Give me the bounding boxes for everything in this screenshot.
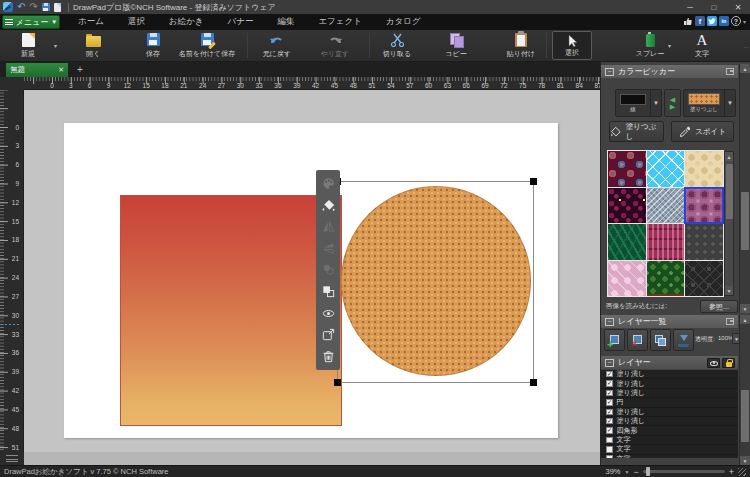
browse-button[interactable]: 参照... (700, 300, 738, 313)
selection-handle[interactable] (334, 379, 341, 386)
zoom-slider-thumb[interactable] (646, 467, 650, 476)
zoom-value[interactable]: 39% (606, 467, 621, 476)
ribbon-tab[interactable]: バナー (216, 14, 266, 30)
zoom-out-button[interactable]: − (633, 468, 638, 476)
layer-visibility-checkbox[interactable]: ✓ (606, 371, 613, 378)
collapse-icon[interactable]: − (605, 68, 614, 76)
scroll-up-icon[interactable]: ▲ (740, 64, 750, 73)
canvas-viewport[interactable] (24, 90, 600, 452)
cut-button[interactable]: 切り取る (373, 31, 421, 60)
popout-icon[interactable] (726, 318, 734, 325)
scroll-up-icon[interactable]: ▲ (740, 315, 750, 324)
close-button[interactable]: ✕ (726, 1, 750, 14)
color-picker-header[interactable]: − カラーピッカー (601, 65, 738, 78)
spray-dropdown-icon[interactable]: ▾ (668, 42, 671, 49)
layers-scrollbar[interactable]: ▲ ▼ (739, 315, 750, 465)
fill-button[interactable]: 塗りつぶし (609, 121, 664, 142)
scroll-down-icon[interactable]: ▼ (725, 286, 733, 295)
pattern-swatch[interactable] (685, 224, 723, 260)
delete-layer-button[interactable]: ✕ (627, 329, 648, 351)
duplicate-layer-button[interactable] (650, 329, 671, 351)
pattern-swatch[interactable] (685, 151, 723, 187)
horizontal-scrollbar[interactable] (24, 452, 600, 465)
new-quick-button[interactable] (52, 2, 63, 13)
main-menu-button[interactable]: メニュー ▼ (2, 15, 60, 29)
ribbon-tab[interactable]: ホーム (66, 14, 116, 30)
pattern-swatch[interactable] (647, 261, 685, 297)
layer-visibility-checkbox[interactable] (606, 437, 613, 444)
fill-color-dropdown[interactable]: 塗りつぶし ▼ (683, 89, 736, 117)
lock-layer-button[interactable] (722, 358, 735, 368)
open-button[interactable]: 開く (69, 31, 117, 60)
selection-handle[interactable] (530, 379, 537, 386)
eyedropper-button[interactable]: スポイト (671, 121, 734, 142)
gradient-rectangle-shape[interactable] (120, 195, 342, 426)
swap-colors-button[interactable]: ◀ ▶ (664, 89, 681, 117)
new-button[interactable]: 新規 (4, 31, 52, 60)
zoom-dropdown-icon[interactable]: ▼ (625, 469, 630, 475)
minimize-button[interactable]: ─ (678, 1, 702, 14)
undo-button[interactable]: 元に戻す (253, 31, 301, 60)
pattern-swatch[interactable] (608, 151, 646, 187)
maximize-button[interactable]: □ (702, 1, 726, 14)
collapse-icon[interactable]: − (605, 359, 614, 367)
ribbon-tab[interactable]: エフェクト (306, 14, 374, 30)
twitter-icon[interactable] (707, 16, 717, 26)
ribbon-tab[interactable]: 編集 (265, 14, 306, 30)
layer-visibility-checkbox[interactable] (606, 446, 613, 453)
scrollbar-thumb[interactable] (741, 390, 749, 442)
close-tab-icon[interactable]: ✕ (58, 66, 64, 74)
color-picker-scrollbar[interactable]: ▲ ▼ (739, 64, 750, 313)
help-icon[interactable]: ? (731, 16, 741, 26)
scroll-down-icon[interactable]: ▼ (740, 456, 750, 465)
stroke-color-dropdown[interactable]: 線 ▼ (615, 89, 662, 117)
ribbon-tab[interactable]: お絵かき (157, 14, 216, 30)
selection-handle[interactable] (530, 178, 537, 185)
save-as-button[interactable]: 名前を付けて保存 (171, 31, 243, 60)
save-quick-button[interactable] (40, 2, 51, 13)
new-tab-button[interactable]: + (74, 64, 86, 76)
ribbon-tab[interactable]: 選択 (116, 14, 157, 30)
fill-color-button[interactable] (319, 196, 337, 214)
linkedin-icon[interactable]: in (719, 16, 729, 26)
patterned-circle-shape[interactable] (341, 186, 531, 376)
collapse-icon[interactable]: − (605, 318, 614, 326)
redo-quick-button[interactable]: ↷ (28, 2, 39, 13)
delete-shape-button[interactable] (319, 347, 337, 365)
select-tool-button[interactable]: 選択 (552, 31, 592, 60)
pattern-swatch[interactable] (647, 224, 685, 260)
pattern-swatch[interactable] (608, 261, 646, 297)
text-tool-button[interactable]: A 文字 (680, 31, 724, 60)
new-dropdown-icon[interactable]: ▾ (54, 42, 57, 49)
popout-icon[interactable] (726, 68, 734, 75)
undo-quick-button[interactable]: ↶ (16, 2, 27, 13)
ribbon-tab[interactable]: カタログ (374, 14, 433, 30)
toggle-visibility-button[interactable] (707, 358, 720, 368)
layer-visibility-checkbox[interactable]: ✓ (606, 380, 613, 387)
scrollbar-thumb[interactable] (726, 164, 733, 219)
document-tab[interactable]: 無題 ✕ (6, 63, 68, 77)
layer-visibility-checkbox[interactable]: ✓ (606, 427, 613, 434)
layer-visibility-checkbox[interactable]: ✓ (606, 399, 613, 406)
scroll-down-icon[interactable]: ▼ (740, 304, 750, 313)
layer-visibility-checkbox[interactable]: ✓ (606, 418, 613, 425)
pattern-swatch[interactable] (685, 188, 723, 224)
scrollbar-thumb[interactable] (741, 192, 749, 250)
visibility-button[interactable] (319, 304, 337, 322)
thumbs-up-icon[interactable] (683, 16, 693, 26)
layer-list-header[interactable]: − レイヤー一覧 (601, 315, 738, 328)
paste-button[interactable]: 貼り付け (497, 31, 545, 60)
scroll-up-icon[interactable]: ▲ (725, 152, 733, 161)
zoom-in-button[interactable]: + (729, 468, 734, 476)
zoom-slider[interactable] (643, 470, 725, 473)
layer-row[interactable]: 文字 (601, 455, 738, 458)
pattern-swatch[interactable] (608, 188, 646, 224)
pattern-swatch[interactable] (608, 224, 646, 260)
copy-button[interactable]: コピー (432, 31, 480, 60)
export-shape-button[interactable] (319, 326, 337, 344)
pattern-swatch[interactable] (647, 151, 685, 187)
layer-visibility-checkbox[interactable] (606, 455, 613, 458)
facebook-icon[interactable]: f (695, 16, 705, 26)
swatch-grid-scrollbar[interactable]: ▲ ▼ (724, 151, 734, 296)
add-layer-button[interactable]: + (604, 329, 625, 351)
